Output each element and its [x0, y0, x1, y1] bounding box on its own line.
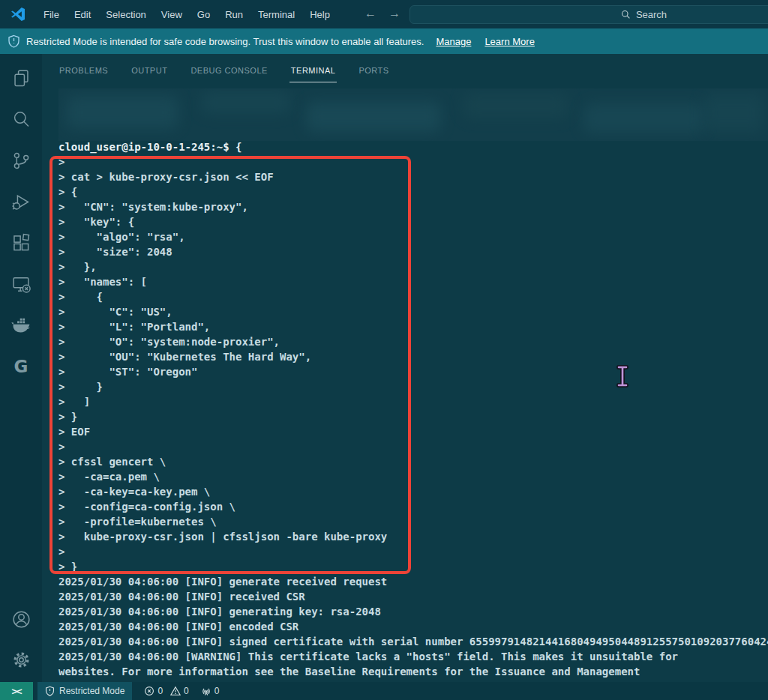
terminal-prompt-line: cloud_user@ip-10-0-1-245:~$ { [58, 139, 768, 154]
terminal-line-15: > } [58, 379, 768, 394]
menu-item-run[interactable]: Run [218, 9, 250, 20]
shield-icon [8, 34, 20, 48]
activity-bar-item-docker[interactable] [9, 313, 33, 337]
terminal-view[interactable]: cloud_user@ip-10-0-1-245:~$ { >> cat > k… [42, 82, 768, 682]
problems-status[interactable]: 0 0 [144, 686, 188, 696]
terminal-line-22: > -ca-key=ca-key.pem \ [58, 484, 768, 499]
menu-item-selection[interactable]: Selection [98, 9, 153, 20]
terminal-line-25: > kube-proxy-csr.json | cfssljson -bare … [58, 529, 768, 544]
terminal-line-9: > { [58, 289, 768, 304]
nav-back-icon[interactable]: ← [364, 6, 376, 21]
settings-gear-icon [11, 650, 32, 670]
terminal-line-5: > "algo": "rsa", [58, 229, 768, 244]
terminal-line-14: > "ST": "Oregon" [58, 364, 768, 379]
menu-item-file[interactable]: File [36, 9, 67, 20]
warnings-icon [170, 686, 181, 696]
activity-bar-item-account[interactable] [9, 607, 33, 631]
menu-item-help[interactable]: Help [302, 9, 338, 20]
bottom-panel: PROBLEMSOUTPUTDEBUG CONSOLETERMINALPORTS… [42, 54, 768, 682]
tab-ports[interactable]: PORTS [357, 61, 390, 82]
terminal-log-line-6: websites. For more information see the B… [58, 664, 768, 679]
restricted-mode-label: Restricted Mode [59, 686, 124, 696]
tab-output[interactable]: OUTPUT [130, 61, 169, 82]
account-icon [11, 609, 32, 630]
terminal-line-17: > } [58, 409, 768, 424]
remote-explorer-icon [11, 274, 32, 295]
terminal-line-18: > EOF [58, 424, 768, 439]
terminal-line-26: > [58, 544, 768, 559]
tab-debug-console[interactable]: DEBUG CONSOLE [189, 61, 268, 82]
status-bar: >< Restricted Mode 0 0 0 [0, 682, 768, 700]
warnings-count: 0 [184, 686, 189, 696]
terminal-boxed-lines: >> cat > kube-proxy-csr.json << EOF> {> … [58, 154, 768, 574]
search-icon [11, 109, 32, 130]
terminal-line-23: > -config=ca-config.json \ [58, 499, 768, 514]
remote-indicator[interactable]: >< [0, 682, 33, 700]
terminal-log-line-3: 2025/01/30 04:06:00 [INFO] encoded CSR [58, 619, 768, 634]
terminal-log-line-2: 2025/01/30 04:06:00 [INFO] generating ke… [58, 604, 768, 619]
restricted-mode-status[interactable]: Restricted Mode [38, 682, 132, 700]
errors-count: 0 [158, 686, 163, 696]
activity-bar-item-settings[interactable] [9, 648, 33, 672]
activity-bar-item-search[interactable] [9, 107, 33, 131]
activity-bar-item-extensions[interactable] [9, 231, 33, 255]
terminal-line-3: > "CN": "system:kube-proxy", [58, 199, 768, 214]
menu-item-view[interactable]: View [154, 9, 190, 20]
search-box-label: Search [636, 9, 667, 20]
ports-status[interactable]: 0 [201, 686, 220, 696]
vscode-logo-icon [10, 6, 26, 22]
terminal-line-11: > "L": "Portland", [58, 319, 768, 334]
extensions-icon [11, 233, 32, 253]
redacted-blur-region [58, 88, 768, 141]
activity-bar-bottom [0, 607, 42, 672]
terminal-line-10: > "C": "US", [58, 304, 768, 319]
activity-bar-item-gitlens[interactable] [9, 354, 33, 378]
text-cursor-ibeam [616, 365, 628, 387]
terminal-line-4: > "key": { [58, 214, 768, 229]
terminal-line-13: > "OU": "Kubernetes The Hard Way", [58, 349, 768, 364]
restricted-mode-banner: Restricted Mode is intended for safe cod… [0, 28, 768, 54]
terminal-line-16: > ] [58, 394, 768, 409]
terminal-log-line-1: 2025/01/30 04:06:00 [INFO] received CSR [58, 589, 768, 604]
menu-item-go[interactable]: Go [190, 9, 218, 20]
nav-forward-icon[interactable]: → [388, 6, 400, 21]
activity-bar-item-run-debug[interactable] [9, 190, 33, 214]
menu-item-edit[interactable]: Edit [67, 9, 98, 20]
menu-bar: FileEditSelectionViewGoRunTerminalHelp [36, 9, 338, 20]
errors-icon [144, 686, 154, 696]
terminal-line-6: > "size": 2048 [58, 244, 768, 259]
terminal-line-27: > } [58, 559, 768, 574]
terminal-line-2: > { [58, 184, 768, 199]
tab-problems[interactable]: PROBLEMS [58, 61, 110, 82]
source-control-icon [11, 151, 32, 171]
remote-indicator-icon: >< [11, 686, 21, 697]
terminal-line-20: > cfssl gencert \ [58, 454, 768, 469]
activity-bar [0, 54, 42, 682]
terminal-line-21: > -ca=ca.pem \ [58, 469, 768, 484]
search-icon [621, 10, 631, 19]
terminal-line-24: > -profile=kubernetes \ [58, 514, 768, 529]
radio-tower-icon [201, 686, 212, 696]
main-area: PROBLEMSOUTPUTDEBUG CONSOLETERMINALPORTS… [0, 54, 768, 682]
manage-link[interactable]: Manage [436, 36, 471, 47]
terminal-line-0: > [58, 154, 768, 169]
terminal-log-line-5: 2025/01/30 04:06:00 [WARNING] This certi… [58, 649, 768, 664]
title-bar: FileEditSelectionViewGoRunTerminalHelp ←… [0, 0, 768, 28]
terminal-line-7: > }, [58, 259, 768, 274]
activity-bar-item-remote-explorer[interactable] [9, 272, 33, 296]
menu-item-terminal[interactable]: Terminal [250, 9, 302, 20]
activity-bar-item-explorer[interactable] [9, 66, 33, 90]
command-search-box[interactable]: Search [410, 5, 768, 24]
terminal-line-12: > "O": "system:node-proxier", [58, 334, 768, 349]
banner-message: Restricted Mode is intended for safe cod… [26, 36, 424, 47]
explorer-files-icon [11, 68, 32, 88]
docker-icon [11, 316, 32, 336]
terminal-log-line-4: 2025/01/30 04:06:00 [INFO] signed certif… [58, 634, 768, 649]
activity-bar-item-source-control[interactable] [9, 148, 33, 172]
panel-tab-bar: PROBLEMSOUTPUTDEBUG CONSOLETERMINALPORTS [42, 54, 768, 82]
run-debug-icon [11, 192, 32, 212]
gitlens-icon [14, 357, 28, 376]
learn-more-link[interactable]: Learn More [484, 36, 534, 47]
terminal-line-8: > "names": [ [58, 274, 768, 289]
tab-terminal[interactable]: TERMINAL [290, 61, 338, 82]
